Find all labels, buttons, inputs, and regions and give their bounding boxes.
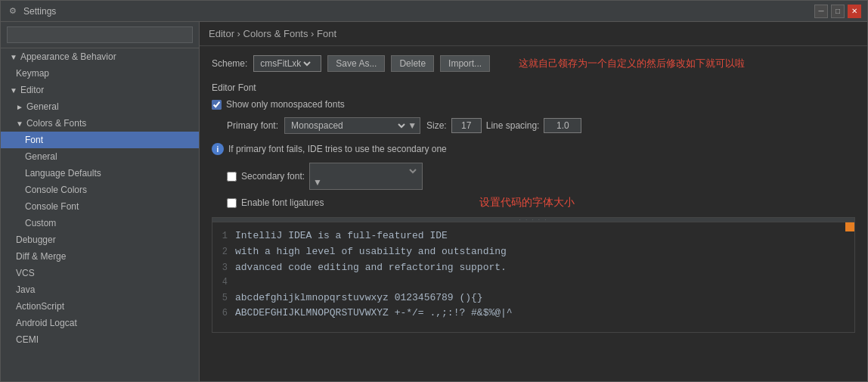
- sidebar-item-font[interactable]: Font: [1, 132, 199, 148]
- import-button[interactable]: Import...: [440, 55, 490, 72]
- secondary-font-select[interactable]: [313, 165, 419, 177]
- code-line-4: 4: [212, 275, 854, 290]
- scheme-label: Scheme:: [212, 58, 247, 69]
- code-line-1: 1 IntelliJ IDEA is a full-featured IDE: [212, 228, 854, 244]
- sidebar-item-actionscript[interactable]: ActionScript: [1, 298, 199, 315]
- dropdown-arrow-icon: ▼: [313, 177, 322, 188]
- info-row: i If primary font fails, IDE tries to us…: [212, 143, 855, 155]
- secondary-font-dropdown[interactable]: ▼: [309, 163, 423, 190]
- sidebar-label: Colors & Fonts: [26, 118, 86, 129]
- sidebar-item-colors-fonts[interactable]: ▼ Colors & Fonts: [1, 115, 199, 132]
- sidebar-item-general[interactable]: ► General: [1, 98, 199, 115]
- maximize-button[interactable]: □: [831, 5, 845, 18]
- sidebar-label: General: [25, 151, 57, 162]
- expand-arrow: ▼: [16, 120, 23, 128]
- sidebar-item-custom[interactable]: Custom: [1, 215, 199, 231]
- sidebar-label: Language Defaults: [25, 168, 101, 179]
- delete-button[interactable]: Delete: [391, 55, 434, 72]
- sidebar-label: CEMI: [16, 334, 39, 345]
- code-text: IntelliJ IDEA is a full-featured IDE: [235, 228, 448, 244]
- sidebar-label: Editor: [20, 85, 44, 95]
- size-label: Size:: [426, 120, 447, 131]
- annotation-font-size: 设置代码的字体大小: [479, 196, 575, 210]
- show-monospaced-checkbox[interactable]: [212, 100, 222, 110]
- code-text: advanced code editing and refactoring su…: [235, 260, 507, 276]
- sidebar-item-android-logcat[interactable]: Android Logcat: [1, 315, 199, 331]
- sidebar-label: VCS: [16, 268, 35, 278]
- editor-font-section: Editor Font: [212, 82, 855, 93]
- sidebar-item-cemi[interactable]: CEMI: [1, 331, 199, 348]
- primary-font-select[interactable]: Monospaced: [288, 120, 408, 132]
- sidebar-label: ActionScript: [16, 301, 64, 312]
- sidebar-label: Font: [25, 135, 43, 145]
- breadcrumb: Editor › Colors & Fonts › Font: [200, 22, 867, 46]
- sidebar-label: Debugger: [16, 234, 56, 245]
- line-number: 3: [212, 261, 228, 275]
- sidebar-label: Appearance & Behavior: [20, 51, 116, 62]
- dropdown-arrow-icon: ▼: [408, 120, 417, 131]
- show-monospaced-label: Show only monospaced fonts: [226, 99, 345, 110]
- sidebar-label: General: [26, 101, 59, 112]
- sidebar-label: Keymap: [16, 68, 49, 79]
- code-text: ABCDEFGHIJKLMNOPQRSTUVWXYZ +-*/= .,;:!? …: [235, 306, 513, 321]
- secondary-font-checkbox[interactable]: [227, 172, 237, 182]
- secondary-font-label: Secondary font:: [241, 171, 305, 182]
- corner-indicator: [845, 222, 854, 231]
- sidebar-label: Custom: [25, 218, 56, 228]
- sidebar-item-diff-merge[interactable]: Diff & Merge: [1, 248, 199, 265]
- window-title: Settings: [23, 6, 814, 17]
- sidebar-item-editor[interactable]: ▼ Editor: [1, 82, 199, 98]
- sidebar-item-console-font[interactable]: Console Font: [1, 198, 199, 215]
- show-monospaced-row: Show only monospaced fonts: [212, 99, 855, 110]
- expand-arrow: ▼: [10, 53, 17, 61]
- line-number: 2: [212, 245, 228, 259]
- save-as-button[interactable]: Save As...: [327, 55, 385, 72]
- close-button[interactable]: ✕: [848, 5, 861, 18]
- expand-arrow: ►: [16, 103, 23, 111]
- info-text: If primary font fails, IDE tries to use …: [228, 144, 447, 154]
- sidebar-item-general2[interactable]: General: [1, 148, 199, 165]
- primary-font-label: Primary font:: [227, 120, 278, 131]
- enable-ligatures-checkbox[interactable]: [227, 198, 237, 208]
- sidebar-label: Diff & Merge: [16, 251, 66, 262]
- content-area: ▼ Appearance & Behavior Keymap ▼ Editor …: [1, 22, 867, 381]
- sidebar-item-vcs[interactable]: VCS: [1, 265, 199, 281]
- annotation-save: 这就自己领存为一个自定义的然后修改如下就可以啦: [519, 57, 745, 70]
- window-icon: ⚙: [7, 5, 19, 17]
- sidebar-item-language-defaults[interactable]: Language Defaults: [1, 165, 199, 182]
- code-line-2: 2 with a high level of usability and out…: [212, 244, 854, 260]
- size-row: Size: Line spacing:: [426, 118, 581, 133]
- preview-code: 1 IntelliJ IDEA is a full-featured IDE 2…: [212, 222, 854, 332]
- code-line-3: 3 advanced code editing and refactoring …: [212, 260, 854, 276]
- sidebar-label: Java: [16, 284, 35, 295]
- search-input[interactable]: [7, 26, 193, 43]
- code-text: abcdefghijklmnopqrstuvwxyz 0123456789 ()…: [235, 290, 483, 306]
- sidebar-item-console-colors[interactable]: Console Colors: [1, 182, 199, 198]
- sidebar-item-appearance-behavior[interactable]: ▼ Appearance & Behavior: [1, 48, 199, 65]
- line-number: 1: [212, 229, 228, 244]
- primary-font-row: Primary font: Monospaced ▼ Size: Line sp…: [227, 117, 855, 134]
- sidebar-item-java[interactable]: Java: [1, 281, 199, 298]
- scheme-select[interactable]: cmsFitLxk: [257, 57, 313, 70]
- sidebar-item-debugger[interactable]: Debugger: [1, 231, 199, 248]
- settings-content: Scheme: cmsFitLxk Save As... Delete Impo…: [200, 46, 867, 381]
- primary-font-dropdown[interactable]: Monospaced ▼: [284, 117, 420, 134]
- minimize-button[interactable]: ─: [814, 5, 828, 18]
- main-panel: Editor › Colors & Fonts › Font Scheme: c…: [200, 22, 867, 381]
- size-input[interactable]: [451, 118, 482, 133]
- search-box: [1, 22, 199, 48]
- code-line-6: 6 ABCDEFGHIJKLMNOPQRSTUVWXYZ +-*/= .,;:!…: [212, 306, 854, 321]
- sidebar: ▼ Appearance & Behavior Keymap ▼ Editor …: [1, 22, 200, 381]
- enable-ligatures-row: Enable font ligatures 设置代码的字体大小: [227, 196, 855, 210]
- settings-window: ⚙ Settings ─ □ ✕ ▼ Appearance & Behavior…: [0, 0, 868, 382]
- window-controls: ─ □ ✕: [814, 5, 861, 18]
- scheme-dropdown[interactable]: cmsFitLxk: [253, 55, 321, 72]
- sidebar-item-keymap[interactable]: Keymap: [1, 65, 199, 82]
- line-spacing-input[interactable]: [544, 118, 581, 133]
- sidebar-label: Console Font: [25, 201, 79, 212]
- preview-area: · · · · · 1 IntelliJ IDEA is a full-feat…: [212, 217, 855, 333]
- scheme-row: Scheme: cmsFitLxk Save As... Delete Impo…: [212, 55, 855, 72]
- title-bar: ⚙ Settings ─ □ ✕: [1, 1, 867, 22]
- line-spacing-label: Line spacing:: [486, 120, 540, 131]
- code-text: with a high level of usability and outst…: [235, 244, 507, 260]
